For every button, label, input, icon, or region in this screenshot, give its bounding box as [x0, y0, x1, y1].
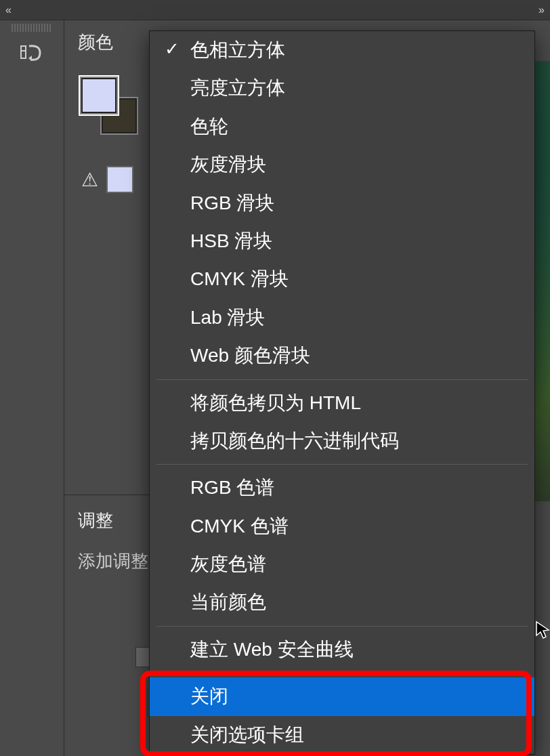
menu-item[interactable]: 当前颜色	[150, 583, 534, 621]
color-panel-context-menu: 色相立方体亮度立方体色轮灰度滑块RGB 滑块HSB 滑块CMYK 滑块Lab 滑…	[149, 30, 535, 755]
menu-item[interactable]: 关闭	[150, 677, 534, 715]
menu-item[interactable]: Lab 滑块	[150, 299, 534, 337]
menu-item[interactable]: 色相立方体	[150, 31, 534, 69]
menu-item[interactable]: 灰度色谱	[150, 545, 534, 583]
menu-item[interactable]: 亮度立方体	[150, 69, 534, 107]
tool-sidebar	[0, 20, 64, 756]
svg-rect-1	[21, 50, 26, 51]
menu-item[interactable]: HSB 滑块	[150, 222, 534, 260]
menu-item[interactable]: 建立 Web 安全曲线	[150, 631, 534, 669]
closest-swatch[interactable]	[106, 166, 133, 193]
foreground-swatch[interactable]	[81, 78, 117, 113]
menu-item[interactable]: 灰度滑块	[150, 146, 534, 184]
history-tool-icon[interactable]	[0, 42, 64, 62]
color-panel-tab[interactable]: 颜色	[64, 20, 127, 64]
svg-rect-0	[21, 46, 26, 58]
menu-item[interactable]: 关闭选项卡组	[150, 716, 534, 754]
menu-item[interactable]: RGB 色谱	[150, 469, 534, 507]
menu-separator	[156, 673, 528, 673]
cursor-icon	[535, 621, 550, 644]
expand-right-icon[interactable]: »	[538, 4, 545, 16]
menu-separator	[156, 379, 528, 380]
menu-item[interactable]: CMYK 色谱	[150, 507, 534, 545]
panel-topbar: « »	[0, 0, 550, 20]
menu-item[interactable]: 将颜色拷贝为 HTML	[150, 384, 534, 422]
menu-item[interactable]: CMYK 滑块	[150, 260, 534, 298]
color-swatches[interactable]	[81, 78, 149, 139]
menu-separator	[156, 464, 528, 465]
menu-item[interactable]: RGB 滑块	[150, 184, 534, 222]
warning-icon[interactable]: ⚠	[81, 169, 98, 191]
drag-handle[interactable]	[12, 24, 52, 32]
menu-item[interactable]: 拷贝颜色的十六进制代码	[150, 422, 534, 460]
menu-item[interactable]: Web 颜色滑块	[150, 337, 534, 375]
menu-separator	[156, 626, 528, 627]
collapse-left-icon[interactable]: «	[5, 4, 12, 16]
menu-item[interactable]: 色轮	[150, 108, 534, 146]
